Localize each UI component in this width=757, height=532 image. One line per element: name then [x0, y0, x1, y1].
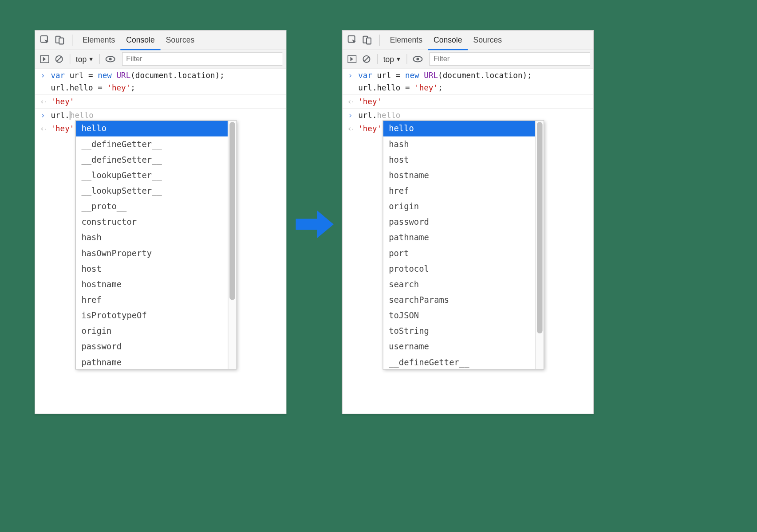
autocomplete-item[interactable]: __defineSetter__: [76, 152, 228, 168]
input-chevron-icon: ›: [346, 109, 355, 121]
autocomplete-popup[interactable]: hellohashhosthostnamehreforiginpasswordp…: [382, 120, 544, 369]
svg-point-15: [417, 58, 419, 60]
autocomplete-item[interactable]: constructor: [76, 214, 228, 230]
console-input-row: › var url = new URL(document.location); …: [343, 69, 593, 94]
autocomplete-item[interactable]: search: [383, 277, 536, 292]
clear-console-icon[interactable]: [53, 53, 65, 65]
sidebar-toggle-icon[interactable]: [346, 53, 359, 65]
autocomplete-item[interactable]: hostname: [76, 277, 228, 292]
tab-console[interactable]: Console: [428, 30, 468, 50]
autocomplete-item[interactable]: host: [383, 152, 536, 168]
svg-rect-2: [59, 38, 63, 44]
devtools-panel-left: Elements Console Sources top ▼ Filter: [35, 30, 286, 414]
context-label: top: [76, 55, 87, 63]
console-input-row: › var url = new URL(document.location); …: [35, 69, 286, 94]
tab-sources[interactable]: Sources: [160, 30, 200, 50]
svg-line-5: [57, 57, 61, 61]
autocomplete-item[interactable]: toJSON: [383, 308, 536, 323]
console-body[interactable]: › var url = new URL(document.location); …: [343, 69, 593, 414]
console-toolbar: top ▼ Filter: [343, 50, 593, 68]
svg-point-7: [109, 58, 112, 60]
tab-console[interactable]: Console: [121, 30, 161, 50]
chevron-down-icon: ▼: [396, 56, 401, 62]
live-expression-icon[interactable]: [412, 53, 424, 65]
inspect-icon[interactable]: [346, 34, 359, 47]
autocomplete-item[interactable]: hostname: [383, 168, 536, 183]
result-value: 'hey': [51, 124, 74, 133]
separator: [70, 54, 70, 64]
autocomplete-item[interactable]: __lookupGetter__: [76, 168, 228, 183]
tab-sources[interactable]: Sources: [468, 30, 508, 50]
autocomplete-item[interactable]: host: [76, 261, 228, 277]
autocomplete-item[interactable]: toString: [383, 323, 536, 339]
inspect-icon[interactable]: [39, 34, 52, 47]
output-chevron-icon: ‹•: [39, 122, 47, 135]
separator: [72, 35, 72, 46]
output-chevron-icon: ‹•: [39, 95, 47, 108]
autocomplete-item[interactable]: pathname: [76, 355, 228, 369]
filter-input[interactable]: Filter: [122, 52, 283, 66]
autocomplete-item[interactable]: href: [383, 183, 536, 199]
autocomplete-item[interactable]: username: [383, 339, 536, 355]
svg-rect-10: [367, 38, 371, 44]
console-output-row: ‹• 'hey': [35, 94, 286, 108]
tab-bar: Elements Console Sources: [35, 31, 286, 50]
autocomplete-item[interactable]: password: [383, 214, 536, 230]
autocomplete-item[interactable]: __proto__: [76, 199, 228, 214]
autocomplete-item[interactable]: hash: [76, 230, 228, 246]
autocomplete-item[interactable]: __defineGetter__: [76, 137, 228, 152]
autocomplete-item[interactable]: searchParams: [383, 292, 536, 308]
context-label: top: [383, 55, 394, 63]
autocomplete-item-selected[interactable]: hello: [76, 121, 228, 137]
separator: [99, 54, 100, 64]
sidebar-toggle-icon[interactable]: [39, 53, 51, 65]
autocomplete-item[interactable]: href: [76, 292, 228, 308]
device-toggle-icon[interactable]: [53, 34, 66, 47]
autocomplete-item[interactable]: __lookupSetter__: [76, 183, 228, 199]
autocomplete-item[interactable]: __defineGetter__: [383, 355, 536, 369]
tab-elements[interactable]: Elements: [77, 30, 120, 50]
autocomplete-list[interactable]: hellohashhosthostnamehreforiginpasswordp…: [383, 121, 536, 369]
output-chevron-icon: ‹•: [346, 122, 355, 135]
autocomplete-item[interactable]: hasOwnProperty: [76, 246, 228, 261]
autocomplete-item[interactable]: pathname: [383, 230, 536, 246]
scrollbar-thumb[interactable]: [229, 122, 235, 300]
result-value: 'hey': [358, 124, 382, 133]
separator: [379, 35, 380, 46]
console-output-row: ‹• 'hey': [343, 94, 593, 108]
scrollbar-thumb[interactable]: [537, 122, 543, 333]
scrollbar[interactable]: [535, 121, 544, 369]
autocomplete-item[interactable]: hash: [383, 137, 536, 152]
autocomplete-item[interactable]: password: [76, 339, 228, 355]
live-expression-icon[interactable]: [104, 53, 117, 65]
device-toggle-icon[interactable]: [360, 34, 374, 47]
autocomplete-item-selected[interactable]: hello: [383, 121, 536, 137]
devtools-panel-right: Elements Console Sources top ▼ Filter: [342, 30, 594, 414]
input-chevron-icon: ›: [346, 69, 355, 82]
console-toolbar: top ▼ Filter: [35, 50, 286, 68]
result-value: 'hey': [358, 97, 382, 106]
context-selector[interactable]: top ▼: [382, 55, 402, 63]
separator: [377, 54, 378, 64]
tab-bar: Elements Console Sources: [343, 31, 593, 50]
autocomplete-item[interactable]: port: [383, 246, 536, 261]
autocomplete-item[interactable]: origin: [383, 199, 536, 214]
autocomplete-item[interactable]: origin: [76, 323, 228, 339]
clear-console-icon[interactable]: [360, 53, 373, 65]
arrow-right-icon: [295, 209, 335, 239]
input-chevron-icon: ›: [39, 109, 47, 121]
output-chevron-icon: ‹•: [346, 95, 355, 108]
autocomplete-item[interactable]: protocol: [383, 261, 536, 277]
filter-input[interactable]: Filter: [430, 52, 590, 66]
console-body[interactable]: › var url = new URL(document.location); …: [35, 69, 286, 414]
svg-line-13: [364, 57, 369, 61]
autocomplete-list[interactable]: hello__defineGetter____defineSetter____l…: [76, 121, 228, 369]
autocomplete-popup[interactable]: hello__defineGetter____defineSetter____l…: [75, 120, 237, 369]
chevron-down-icon: ▼: [88, 56, 94, 62]
autocomplete-item[interactable]: isPrototypeOf: [76, 308, 228, 323]
tab-elements[interactable]: Elements: [384, 30, 428, 50]
input-chevron-icon: ›: [39, 69, 47, 82]
scrollbar[interactable]: [228, 121, 236, 369]
context-selector[interactable]: top ▼: [75, 55, 95, 63]
separator: [407, 54, 407, 64]
